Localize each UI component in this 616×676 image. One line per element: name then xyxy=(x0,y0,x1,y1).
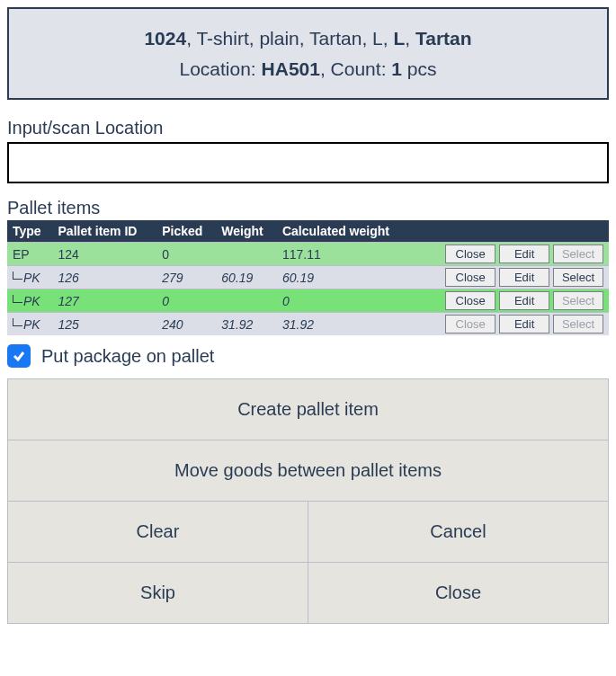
row-select-button: Select xyxy=(553,315,603,334)
row-close-button[interactable]: Close xyxy=(445,291,495,310)
row-close-button[interactable]: Close xyxy=(445,245,495,263)
row-edit-button[interactable]: Edit xyxy=(499,268,549,287)
pallet-items-table: Type Pallet item ID Picked Weight Calcul… xyxy=(7,220,609,335)
clear-button[interactable]: Clear xyxy=(8,502,308,563)
row-edit-button[interactable]: Edit xyxy=(499,245,549,263)
table-row: PK12627960.1960.19Close Edit Select xyxy=(7,266,609,289)
info-sku: 1024 xyxy=(144,28,186,49)
move-goods-button[interactable]: Move goods between pallet items xyxy=(8,440,608,502)
row-select-button: Select xyxy=(553,245,603,263)
row-edit-button[interactable]: Edit xyxy=(499,315,549,334)
row-close-button: Close xyxy=(445,315,495,334)
child-indicator-icon xyxy=(13,318,22,326)
info-location: HA501 xyxy=(262,58,320,79)
put-on-pallet-label: Put package on pallet xyxy=(41,346,214,367)
info-count: 1 xyxy=(391,58,402,79)
create-pallet-item-button[interactable]: Create pallet item xyxy=(8,379,608,440)
cancel-button[interactable]: Cancel xyxy=(308,502,608,563)
col-type: Type xyxy=(7,220,53,243)
pallet-items-label: Pallet items xyxy=(7,198,609,218)
actions-panel: Create pallet item Move goods between pa… xyxy=(7,378,609,624)
col-calc: Calculated weight xyxy=(277,220,414,243)
child-indicator-icon xyxy=(13,271,22,280)
col-weight: Weight xyxy=(216,220,277,243)
col-id: Pallet item ID xyxy=(53,220,157,243)
table-row: PK12524031.9231.92Close Edit Select xyxy=(7,313,609,336)
close-button[interactable]: Close xyxy=(308,563,608,623)
row-select-button: Select xyxy=(553,291,603,310)
row-edit-button[interactable]: Edit xyxy=(499,291,549,310)
info-banner: 1024, T-shirt, plain, Tartan, L, L, Tart… xyxy=(7,7,609,100)
row-select-button[interactable]: Select xyxy=(553,268,603,287)
put-on-pallet-checkbox[interactable] xyxy=(7,344,31,368)
child-indicator-icon xyxy=(13,295,22,303)
skip-button[interactable]: Skip xyxy=(8,563,308,623)
location-input-label: Input/scan Location xyxy=(7,118,609,138)
row-close-button[interactable]: Close xyxy=(445,268,495,287)
col-picked: Picked xyxy=(156,220,216,243)
location-input[interactable] xyxy=(7,142,609,183)
table-row: PK12700Close Edit Select xyxy=(7,289,609,313)
table-row: EP1240117.11Close Edit Select xyxy=(7,243,609,266)
